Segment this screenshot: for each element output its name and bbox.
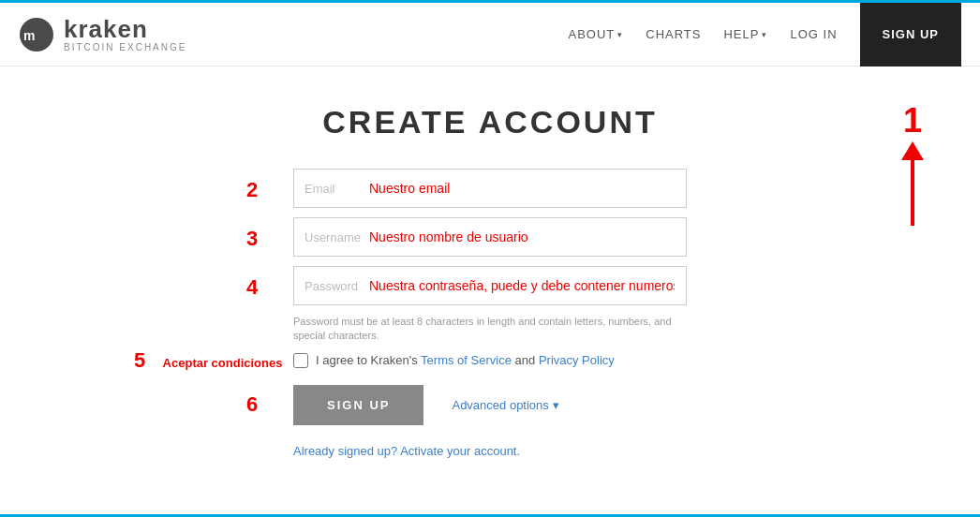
terms-row: 5 Aceptar condiciones I agree to Kraken'…: [293, 353, 687, 368]
signup-form: 2 Email 3 Username 4 Password Password m…: [293, 169, 687, 459]
email-field-row: 2 Email: [293, 169, 687, 208]
accept-label: Aceptar condiciones: [163, 356, 283, 370]
signup-button[interactable]: SIGN UP: [293, 385, 423, 425]
username-group: Username: [293, 217, 687, 257]
nav-help[interactable]: HELP ▾: [723, 27, 767, 41]
page-title: CREATE ACCOUNT: [322, 104, 657, 140]
annotation-2: 2: [246, 178, 258, 202]
terms-of-service-link[interactable]: Terms of Service: [421, 353, 512, 367]
username-field-row: 3 Username: [293, 217, 687, 257]
signup-row: 6 SIGN UP Advanced options ▾: [293, 385, 687, 425]
nav-charts[interactable]: CHARTS: [646, 27, 701, 41]
password-group: Password: [293, 266, 687, 305]
brand-name: kraken: [64, 16, 186, 43]
svg-text:m: m: [23, 28, 35, 43]
password-input[interactable]: [293, 266, 687, 305]
terms-text: I agree to Kraken's Terms of Service and…: [316, 353, 615, 367]
annotation-3: 3: [246, 227, 258, 251]
kraken-logo-icon: m: [19, 17, 54, 52]
activate-account-link[interactable]: Already signed up? Activate your account…: [293, 444, 520, 458]
username-input[interactable]: [293, 217, 687, 257]
arrow-shaft: [911, 160, 914, 226]
nav-signup-button[interactable]: SIGN UP: [860, 3, 961, 66]
terms-checkbox[interactable]: [293, 353, 308, 368]
privacy-policy-link[interactable]: Privacy Policy: [539, 353, 615, 367]
password-hint: Password must be at least 8 characters i…: [293, 315, 687, 344]
annotation-5: 5 Aceptar condiciones: [134, 348, 286, 373]
advanced-options-link[interactable]: Advanced options ▾: [452, 398, 558, 412]
email-input[interactable]: [293, 169, 687, 208]
brand-sub: bitcoin exchange: [64, 42, 186, 52]
advanced-options-arrow: ▾: [553, 398, 559, 412]
logo: m kraken bitcoin exchange: [19, 16, 186, 53]
annotation-4: 4: [246, 275, 258, 300]
password-field-row: 4 Password Password must be at least 8 c…: [293, 266, 687, 344]
nav-login[interactable]: LOG IN: [790, 27, 837, 41]
about-dropdown-arrow: ▾: [617, 30, 623, 39]
arrow-head-icon: [901, 141, 924, 160]
main-nav: ABOUT ▾ CHARTS HELP ▾ LOG IN SIGN UP: [568, 3, 961, 66]
annotation-6: 6: [246, 392, 258, 417]
annotation-1: 1: [901, 104, 924, 226]
nav-about[interactable]: ABOUT ▾: [568, 27, 623, 41]
help-dropdown-arrow: ▾: [762, 30, 767, 39]
email-group: Email: [293, 169, 687, 208]
